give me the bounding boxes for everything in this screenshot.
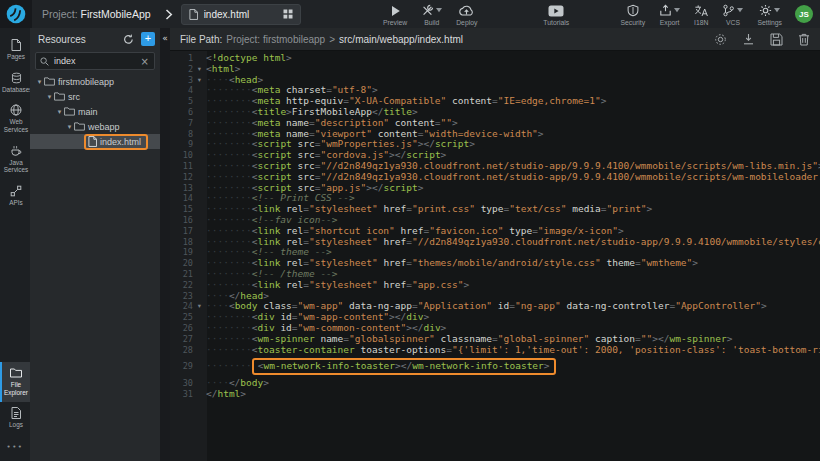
i18n-button[interactable]: I18N [687, 2, 715, 28]
code-line[interactable]: 9········<script src="wmProperties.js"><… [170, 139, 820, 150]
code-line[interactable]: 19········<!-- theme --> [170, 247, 820, 258]
caret-down-icon[interactable]: ▾ [35, 78, 44, 86]
sidebar-item-pages[interactable]: Pages [0, 34, 30, 67]
code-line[interactable]: 11········<script src="//d2n849qz1ya930.… [170, 161, 820, 172]
grid-icon[interactable] [283, 9, 293, 19]
file-path-separator: > [329, 34, 335, 45]
tutorials-button[interactable]: Tutorials [536, 2, 576, 28]
build-tools-icon [421, 4, 434, 17]
tree-item-firstmobileapp[interactable]: ▾firstmobileapp [30, 74, 160, 89]
sidebar-item-file-explorer[interactable]: File Explorer [0, 362, 30, 402]
fold-arrow-icon[interactable]: ▾ [193, 301, 206, 312]
download-file-button[interactable] [742, 33, 755, 45]
code-line[interactable]: 4········<meta charset="utf-8"> [170, 85, 820, 96]
log-file-icon [11, 407, 21, 419]
code-line[interactable]: 8········<meta name="viewport" content="… [170, 129, 820, 140]
security-button[interactable]: Security [614, 2, 653, 28]
code-line[interactable]: 18········<link rel="stylesheet" href="/… [170, 237, 820, 248]
code-line[interactable]: 25········<div id="wm-app-content"></div… [170, 312, 820, 323]
sidebar-item-logs[interactable]: Logs [0, 402, 30, 435]
code-line[interactable]: 17········<link rel="shortcut icon" href… [170, 226, 820, 237]
file-path-value: src/main/webapp/index.html [339, 34, 463, 45]
code-line[interactable]: 6········<title>FirstMobileApp</title> [170, 107, 820, 118]
left-rail: Pages Databases Web Services [0, 28, 30, 461]
line-number: 19 [170, 247, 193, 258]
code-line[interactable]: 15········<link rel="stylesheet" href="p… [170, 204, 820, 215]
code-line[interactable]: 5········<meta http-equiv="X-UA-Compatib… [170, 96, 820, 107]
code-line[interactable]: 1<!doctype html> [170, 53, 820, 64]
code-line[interactable]: 22········<link rel="stylesheet" href="a… [170, 280, 820, 291]
toolbar-right: Security Export [614, 2, 815, 28]
chevron-right-icon[interactable] [165, 9, 173, 20]
tree-item-label: webapp [88, 122, 120, 132]
tab-index-html[interactable]: index.html [181, 4, 301, 25]
code-line[interactable]: 24▾····<body class="wm-app" data-ng-app=… [170, 301, 820, 312]
more-options-button[interactable]: ••• [0, 435, 30, 461]
caret-down-icon[interactable]: ▾ [45, 93, 54, 101]
line-number: 26 [170, 323, 193, 334]
code-line[interactable]: 30····</body> [170, 378, 820, 389]
code-line[interactable]: 20········<link rel="stylesheet" href="t… [170, 258, 820, 269]
fold-arrow-icon[interactable]: ▾ [193, 64, 206, 75]
tree-item-src[interactable]: ▾src [30, 89, 160, 104]
caret-down-icon[interactable]: ▾ [55, 108, 64, 116]
line-number: 17 [170, 226, 193, 237]
vcs-button[interactable]: VCS [715, 2, 750, 28]
fold-arrow-icon[interactable]: ▾ [193, 75, 206, 86]
code-line[interactable]: 31</html> [170, 389, 820, 400]
code-line[interactable]: 3▾····<head> [170, 75, 820, 86]
save-file-button[interactable] [770, 33, 783, 46]
code-line[interactable]: 21········<!-- /theme --> [170, 269, 820, 280]
code-line[interactable]: 10········<script src="cordova.js"></scr… [170, 150, 820, 161]
search-input[interactable] [52, 55, 137, 67]
tree-item-index.html[interactable]: index.html [30, 134, 160, 149]
resources-header: Resources + [30, 28, 160, 50]
line-number: 29 [170, 361, 193, 372]
sidebar-item-java-services[interactable]: Java Services [0, 140, 30, 180]
line-number: 31 [170, 389, 193, 400]
preview-button[interactable]: Preview [376, 2, 414, 28]
code-line[interactable]: 7········<meta name="description" conten… [170, 118, 820, 129]
sidebar-item-web-services[interactable]: Web Services [0, 99, 30, 139]
line-number: 21 [170, 269, 193, 280]
build-button[interactable]: Build [414, 2, 449, 28]
code-line-text: <!doctype html> [206, 53, 820, 64]
code-line[interactable]: 26········<div id="wm-common-content"></… [170, 323, 820, 334]
sidebar-item-apis[interactable]: APIs [0, 180, 30, 213]
code-line[interactable]: 13········<script src="app.js"></script> [170, 183, 820, 194]
tree-item-main[interactable]: ▾main [30, 104, 160, 119]
code-line[interactable]: 29········<wm-network-info-toaster></wm-… [170, 355, 820, 378]
deploy-button[interactable]: Deploy [449, 2, 484, 28]
line-number: 2 [170, 64, 193, 75]
user-avatar[interactable]: JS [795, 5, 813, 23]
code-line[interactable]: 23····</head> [170, 291, 820, 302]
code-line-text: ····<body class="wm-app" data-ng-app="Ap… [206, 301, 820, 312]
code-line[interactable]: 27········<wm-spinner name="globalspinne… [170, 334, 820, 345]
project-name: FirstMobileApp [81, 8, 151, 20]
code-line[interactable]: 12········<script src="//d2n849qz1ya930.… [170, 172, 820, 183]
add-resource-button[interactable]: + [141, 32, 155, 46]
line-number: 12 [170, 172, 193, 183]
tree-item-webapp[interactable]: ▾webapp [30, 119, 160, 134]
refresh-icon[interactable] [123, 34, 134, 45]
file-settings-button[interactable] [714, 33, 727, 46]
caret-down-icon[interactable]: ▾ [65, 123, 74, 131]
line-number: 22 [170, 280, 193, 291]
collapse-panel-icon[interactable]: « [160, 33, 170, 43]
delete-file-button[interactable] [798, 33, 810, 46]
tree-item-label: index.html [100, 137, 141, 147]
code-line[interactable]: 2▾<html> [170, 64, 820, 75]
clear-search-icon[interactable]: × [140, 56, 150, 67]
settings-button[interactable]: Settings [750, 2, 789, 28]
code-line[interactable]: 28········<toaster-container toaster-opt… [170, 345, 820, 356]
code-editor[interactable]: 1<!doctype html>2▾<html>3▾····<head>4···… [170, 51, 820, 461]
sidebar-item-databases[interactable]: Databases [0, 67, 30, 100]
line-number: 14 [170, 193, 193, 204]
export-button[interactable]: Export [652, 2, 687, 28]
panel-divider[interactable]: « [160, 28, 170, 461]
code-line[interactable]: 14········<!-- Print CSS --> [170, 193, 820, 204]
line-number: 28 [170, 345, 193, 356]
code-line[interactable]: 16········<!--fav icon--> [170, 215, 820, 226]
wavemaker-logo[interactable] [0, 0, 32, 28]
line-number: 13 [170, 183, 193, 194]
